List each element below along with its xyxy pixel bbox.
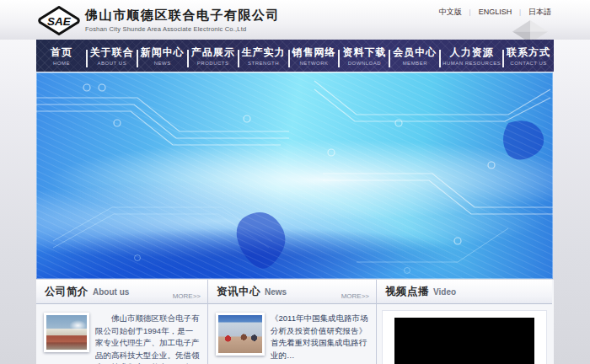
video-title-zh: 视频点播 [385,285,429,299]
lang-japanese[interactable]: 日本語 [528,8,551,16]
nav-item-network[interactable]: 销售网络 NETWORK [289,43,340,68]
company-photo[interactable] [44,313,89,352]
sae-logo-text: SAE [47,15,72,28]
news-photo[interactable] [216,313,265,356]
main-nav: 首页 HOME 关于联合 ABOUT US 新闻中心 NEWS 产品展示 PRO… [36,40,554,72]
nav-item-about[interactable]: 关于联合 ABOUT US [87,43,137,68]
divider: ｜ [517,8,523,16]
news-more-link[interactable]: MORE>> [341,292,369,303]
about-title-en: About us [93,287,129,297]
language-switcher: 中文版｜ENGLISH｜日本語 [439,7,551,18]
nav-item-strength[interactable]: 生产实力 STRENGTH [239,43,289,68]
news-title-zh: 资讯中心 [217,285,260,299]
news-title-en: News [265,287,287,297]
lang-english[interactable]: ENGLISH [479,8,512,16]
page-header: SAE 佛山市顺德区联合电子有限公司 Foshan City Shunde Ar… [0,0,590,40]
section-video: 视频点播 Video [377,280,552,364]
about-text: 佛山市顺德区联合电子有限公司始创于1994年，是一家专业代理生产、加工电子产品的… [95,313,201,364]
about-title-zh: 公司简介 [45,285,88,299]
about-header: 公司简介 About us MORE>> [36,280,207,304]
nav-item-human-resources[interactable]: 人力资源 HUMAN RESOURCES [440,43,503,68]
video-frame [382,310,547,364]
company-name-zh: 佛山市顺德区联合电子有限公司 [85,8,280,24]
section-about: 公司简介 About us MORE>> 佛山市顺德区联合电子有限公司始创于19… [36,280,208,364]
banner-image [36,72,553,279]
video-title-en: Video [433,287,456,297]
video-player[interactable] [394,318,534,364]
nav-item-news[interactable]: 新闻中心 NEWS [137,43,188,68]
nav-item-member[interactable]: 会员中心 MEMBER [389,43,440,68]
sae-logo[interactable]: SAE [37,5,81,36]
circuit-pattern [36,72,553,279]
lang-chinese[interactable]: 中文版 [439,8,462,16]
news-item-text[interactable]: 《2011年中国集成电路市场分析及投资价值研究报告》首先着重对我国集成电路行业的… [271,313,369,361]
about-more-link[interactable]: MORE>> [173,292,201,303]
news-body: 《2011年中国集成电路市场分析及投资价值研究报告》首先着重对我国集成电路行业的… [208,304,376,361]
company-name-block: 佛山市顺德区联合电子有限公司 Foshan City Shunde Area A… [85,8,280,33]
video-header: 视频点播 Video [377,280,552,304]
nav-item-products[interactable]: 产品展示 PRODUCTS [188,43,239,68]
news-header: 资讯中心 News MORE>> [208,280,376,304]
section-news: 资讯中心 News MORE>> 《2011年中国集成电路市场分析及投资价值研究… [208,280,377,364]
about-body: 佛山市顺德区联合电子有限公司始创于1994年，是一家专业代理生产、加工电子产品的… [36,304,207,364]
bottom-section: 公司简介 About us MORE>> 佛山市顺德区联合电子有限公司始创于19… [36,280,554,364]
company-name-en: Foshan City Shunde Area Associate Electr… [85,25,280,33]
nav-item-home[interactable]: 首页 HOME [36,43,87,68]
nav-item-contact[interactable]: 联系方式 CONTACT US [503,43,554,68]
divider: ｜ [467,8,474,16]
nav-item-download[interactable]: 资料下载 DOWNLOAD [339,43,389,68]
